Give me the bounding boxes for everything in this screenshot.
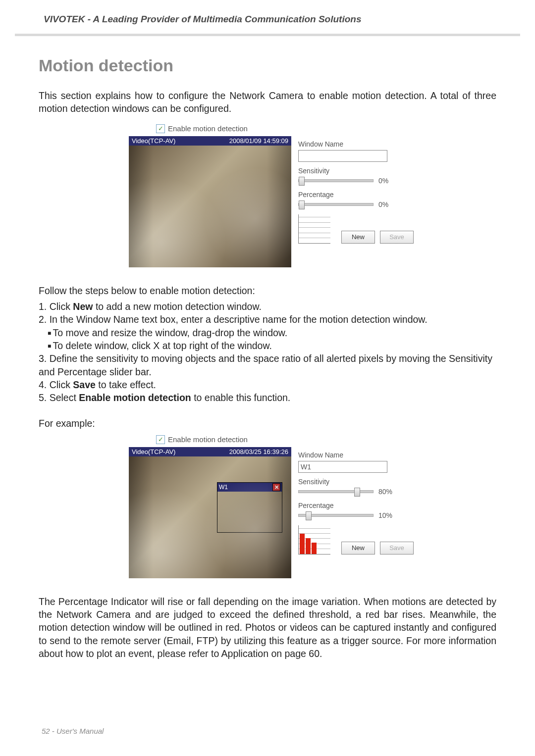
steps-list: 1. Click New to add a new motion detecti… (39, 300, 496, 404)
controls-pane: Window Name Sensitivity 0% Percentage (298, 136, 414, 267)
intro-paragraph: This section explains how to configure t… (39, 89, 496, 115)
banner-text: VIVOTEK - A Leading Provider of Multimed… (15, 14, 520, 25)
sensitivity-slider[interactable] (298, 179, 374, 182)
enable-checkbox[interactable]: ✓ (156, 435, 165, 444)
sensitivity-thumb[interactable] (299, 177, 305, 186)
new-button[interactable]: New (341, 231, 375, 244)
new-button[interactable]: New (341, 542, 375, 554)
percentage-label: Percentage (298, 191, 414, 199)
roi-title: W1 (219, 484, 228, 491)
page-title: Motion detection (39, 56, 496, 75)
video-canvas[interactable] (129, 146, 291, 267)
sensitivity-thumb[interactable] (354, 488, 360, 497)
enable-label: Enable motion detection (168, 435, 248, 444)
save-button[interactable]: Save (380, 542, 414, 554)
motion-indicator (298, 214, 330, 244)
percentage-thumb[interactable] (306, 511, 312, 520)
substep-move: To move and resize the window, drag-drop… (48, 326, 496, 339)
sensitivity-label: Sensitivity (298, 167, 414, 175)
sensitivity-value: 0% (378, 177, 397, 185)
percentage-thumb[interactable] (299, 201, 305, 209)
save-button[interactable]: Save (380, 231, 414, 244)
motion-ui-example: ✓ Enable motion detection Video(TCP-AV) … (129, 435, 406, 578)
percentage-value: 10% (378, 511, 397, 519)
video-pane: Video(TCP-AV) 2008/03/25 16:39:26 W1 ✕ (129, 447, 291, 578)
window-name-label: Window Name (298, 451, 414, 459)
percentage-value: 0% (378, 201, 397, 208)
percentage-slider[interactable] (298, 514, 374, 517)
video-pane: Video(TCP-AV) 2008/01/09 14:59:09 (129, 136, 291, 267)
enable-label: Enable motion detection (168, 124, 248, 133)
page-header: VIVOTEK - A Leading Provider of Multimed… (15, 0, 520, 36)
video-source: Video(TCP-AV) (132, 137, 175, 145)
window-name-label: Window Name (298, 140, 414, 148)
explain-paragraph: The Percentage Indicator will rise or fa… (39, 595, 496, 660)
page-footer: 52 - User's Manual (42, 727, 104, 735)
video-overlay: Video(TCP-AV) 2008/01/09 14:59:09 (129, 136, 291, 146)
percentage-slider[interactable] (298, 203, 374, 206)
sensitivity-value: 80% (378, 488, 397, 496)
steps-intro: Follow the steps below to enable motion … (39, 284, 496, 297)
percentage-label: Percentage (298, 502, 414, 509)
motion-ui-initial: ✓ Enable motion detection Video(TCP-AV) … (129, 124, 406, 267)
window-name-input[interactable]: W1 (298, 461, 387, 473)
window-name-input[interactable] (298, 150, 387, 162)
controls-pane: Window Name W1 Sensitivity 80% Percentag… (298, 447, 414, 578)
close-icon[interactable]: ✕ (272, 483, 280, 491)
video-overlay: Video(TCP-AV) 2008/03/25 16:39:26 (129, 447, 291, 456)
sensitivity-slider[interactable] (298, 490, 374, 493)
enable-checkbox[interactable]: ✓ (156, 124, 165, 133)
sensitivity-label: Sensitivity (298, 478, 414, 486)
video-timestamp: 2008/01/09 14:59:09 (229, 137, 288, 145)
video-canvas[interactable]: W1 ✕ (129, 456, 291, 578)
motion-indicator (298, 525, 330, 554)
substep-delete: To delete window, click X at top right o… (48, 339, 496, 352)
video-timestamp: 2008/03/25 16:39:26 (229, 448, 288, 455)
for-example-label: For example: (39, 417, 496, 430)
roi-window[interactable]: W1 ✕ (217, 482, 282, 533)
video-source: Video(TCP-AV) (132, 448, 175, 455)
